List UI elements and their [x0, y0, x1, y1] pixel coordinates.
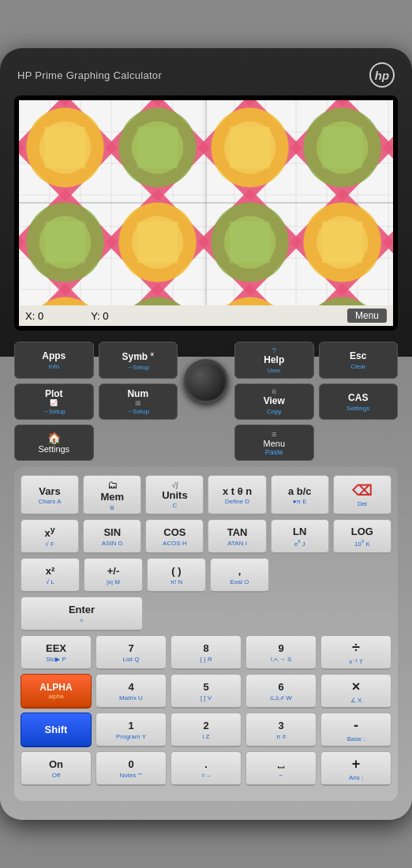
- plot-key[interactable]: Plot 📈 →Setup: [14, 383, 94, 420]
- keypad-row-2: xy √ F SIN ASIN G COS ACOS H TAN ATAN I …: [21, 519, 391, 554]
- xy-label: xy: [44, 525, 54, 540]
- key-3[interactable]: 3 π #: [245, 713, 316, 747]
- menu-key[interactable]: ≡ Menu Paste: [234, 425, 314, 461]
- plot-key-label: Plot: [45, 388, 63, 399]
- comma-sub: Eval O: [230, 578, 249, 586]
- on-off-key[interactable]: On Off: [21, 751, 92, 786]
- space-key[interactable]: ⎵ −: [245, 751, 316, 786]
- screen-status-bar: X: 0 Y: 0 Menu: [19, 305, 393, 326]
- 2-label: 2: [203, 720, 208, 732]
- on-label: On: [49, 758, 63, 771]
- settings-key[interactable]: 🏠 Settings: [14, 425, 94, 461]
- plus-sub: Ans ;: [349, 774, 363, 781]
- multiply-sub: ∠ X: [350, 697, 362, 704]
- key-7[interactable]: 7 List Q: [96, 635, 167, 670]
- key-0[interactable]: 0 Notes "": [96, 751, 167, 786]
- 5-label: 5: [203, 681, 208, 694]
- xy-key[interactable]: xy √ F: [21, 519, 79, 554]
- frac-key[interactable]: a b/c ●π E: [271, 475, 329, 515]
- view-key-label: View: [264, 395, 285, 406]
- log-key[interactable]: LOG 10x K: [333, 519, 391, 554]
- keypad: Vars Chars A 🗂 Mem B √∫ Units C x t θ n …: [14, 467, 398, 801]
- plusminus-sub: |x| M: [107, 578, 120, 586]
- plus-key[interactable]: + Ans ;: [320, 751, 391, 786]
- ln-key[interactable]: LN ex J: [271, 519, 329, 554]
- 5-sub: [ ] V: [200, 694, 212, 702]
- xtthetan-sub: Define D: [225, 498, 249, 505]
- screen-display: [19, 100, 393, 305]
- cos-label: COS: [163, 526, 185, 539]
- xsq-key[interactable]: x² √ L: [21, 558, 80, 593]
- key-5[interactable]: 5 [ ] V: [170, 674, 242, 709]
- view-key-sub: Copy: [267, 408, 282, 415]
- shift-label: Shift: [45, 724, 68, 736]
- divide-sub: x⁻¹ T: [349, 658, 363, 665]
- symb-key[interactable]: Symb x →Setup: [99, 342, 178, 379]
- cas-key-sub: Settings: [346, 405, 369, 412]
- key-4[interactable]: 4 Matrix U: [96, 674, 167, 709]
- space-sub: −: [279, 772, 283, 779]
- xy-sub1: √ F: [45, 541, 54, 548]
- enter-key[interactable]: Enter ≈: [21, 597, 143, 631]
- cos-key[interactable]: COS ACOS H: [145, 519, 204, 554]
- backspace-icon: ⌫: [352, 483, 372, 500]
- menu-key-sub: Paste: [265, 448, 283, 456]
- eex-key[interactable]: EEX Sto▶ P: [21, 635, 92, 670]
- key-2[interactable]: 2 i Z: [170, 713, 242, 747]
- esc-key[interactable]: Esc Clear: [319, 342, 399, 379]
- key-9[interactable]: 9 !,»,→ S: [245, 635, 316, 670]
- screen-menu-button[interactable]: Menu: [347, 309, 387, 323]
- 4-sub: Matrix U: [119, 694, 143, 702]
- x-coordinate: X: 0: [25, 310, 43, 322]
- key-6[interactable]: 6 ≤,≥,≠ W: [245, 674, 316, 709]
- 7-label: 7: [128, 642, 133, 655]
- 2-sub: i Z: [203, 733, 210, 740]
- mem-key[interactable]: 🗂 Mem B: [83, 475, 141, 515]
- 8-label: 8: [203, 642, 208, 655]
- frac-sub: ●π E: [293, 498, 307, 505]
- backspace-key[interactable]: ⌫ Del: [333, 475, 391, 515]
- 1-sub: Program Y: [116, 733, 146, 740]
- decimal-key[interactable]: . = –: [170, 751, 242, 786]
- settings-label: Settings: [38, 444, 69, 454]
- help-key[interactable]: ? Help User: [234, 342, 314, 379]
- symb-key-label: Symb x: [122, 350, 154, 362]
- calculator-title: HP Prime Graphing Calculator: [17, 69, 162, 81]
- key-1[interactable]: 1 Program Y: [96, 713, 167, 747]
- apps-key[interactable]: Apps Info: [14, 342, 94, 379]
- units-key[interactable]: √∫ Units C: [145, 475, 204, 515]
- decimal-sub: = –: [201, 772, 210, 779]
- tan-key[interactable]: TAN ATAN I: [208, 519, 266, 554]
- vars-key[interactable]: Vars Chars A: [21, 475, 79, 515]
- xtthetan-key[interactable]: x t θ n Define D: [208, 475, 266, 515]
- paren-sub: π! N: [170, 578, 183, 586]
- sin-key[interactable]: SIN ASIN G: [83, 519, 141, 554]
- plusminus-key[interactable]: +/- |x| M: [84, 558, 143, 593]
- multiply-key[interactable]: × ∠ X: [320, 674, 391, 709]
- log-label: LOG: [351, 526, 373, 538]
- xsq-sub: √ L: [46, 578, 54, 586]
- alpha-key[interactable]: ALPHA alpha: [21, 674, 92, 709]
- comma-key[interactable]: , Eval O: [210, 558, 269, 593]
- navigation-dial-area: [182, 342, 230, 420]
- esc-key-label: Esc: [350, 350, 366, 361]
- cas-key-label: CAS: [348, 392, 368, 403]
- cas-key[interactable]: CAS Settings: [319, 383, 399, 420]
- plot-key-sub: →Setup: [43, 408, 66, 415]
- navigation-dial[interactable]: [184, 359, 228, 403]
- shift-key[interactable]: Shift: [21, 713, 92, 747]
- view-key[interactable]: 🖥 View Copy: [234, 383, 314, 420]
- minus-key[interactable]: - Base :: [320, 713, 391, 747]
- divide-key[interactable]: ÷ x⁻¹ T: [320, 635, 391, 670]
- alpha-sub: alpha: [48, 693, 64, 700]
- symb-key-sub1: →Setup: [126, 364, 149, 371]
- key-8[interactable]: 8 { } R: [170, 635, 242, 670]
- num-key[interactable]: Num ▦ →Setup: [99, 383, 178, 420]
- plusminus-label: +/-: [107, 565, 120, 578]
- 6-sub: ≤,≥,≠ W: [270, 694, 291, 702]
- esc-key-sub: Clear: [350, 363, 365, 370]
- paren-key[interactable]: ( ) π! N: [147, 558, 206, 593]
- enter-sub: ≈: [80, 617, 83, 624]
- multiply-label: ×: [352, 679, 361, 696]
- ln-label: LN: [293, 526, 306, 538]
